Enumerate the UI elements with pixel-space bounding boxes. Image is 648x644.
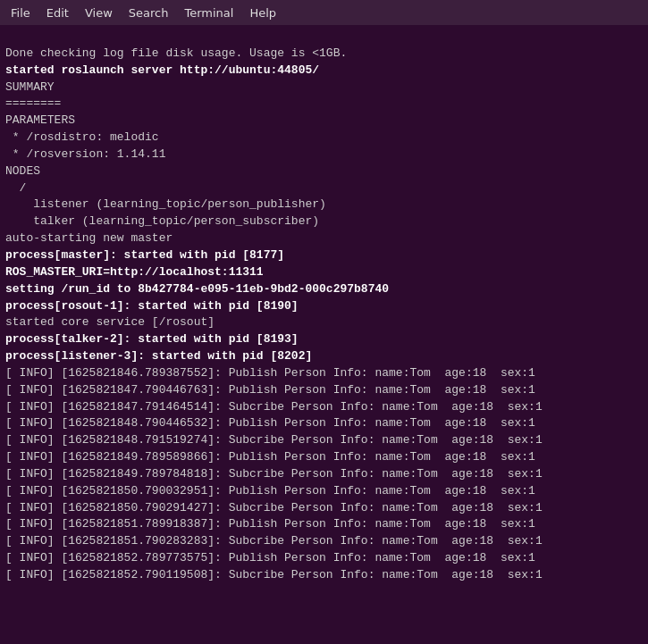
terminal-line: ROS_MASTER_URI=http://localhost:11311: [5, 264, 643, 281]
terminal-line: setting /run_id to 8b427784-e095-11eb-9b…: [5, 281, 643, 298]
terminal-line: [ INFO] [1625821851.789918387]: Publish …: [5, 516, 643, 533]
terminal-line: [ INFO] [1625821846.789387552]: Publish …: [5, 365, 643, 382]
menu-file[interactable]: File: [4, 4, 38, 21]
terminal-line: [ INFO] [1625821852.790119508]: Subcribe…: [5, 567, 643, 584]
menu-help[interactable]: Help: [242, 4, 283, 21]
terminal-line: [ INFO] [1625821848.791519274]: Subcribe…: [5, 432, 643, 449]
menu-search[interactable]: Search: [122, 4, 176, 21]
terminal-output: Done checking log file disk usage. Usage…: [0, 25, 648, 644]
terminal-line: * /rosversion: 1.14.11: [5, 146, 643, 163]
terminal-line: [ INFO] [1625821852.789773575]: Publish …: [5, 550, 643, 567]
menu-bar: File Edit View Search Terminal Help: [0, 0, 648, 25]
terminal-line: listener (learning_topic/person_publishe…: [5, 197, 643, 213]
terminal-line: [ INFO] [1625821847.791464514]: Subcribe…: [5, 399, 643, 416]
terminal-line: process[rosout-1]: started with pid [819…: [5, 298, 643, 315]
terminal-line: process[master]: started with pid [8177]: [5, 247, 643, 264]
terminal-line: * /rosdistro: melodic: [5, 130, 643, 146]
menu-edit[interactable]: Edit: [39, 4, 76, 21]
terminal-line: process[talker-2]: started with pid [819…: [5, 331, 643, 348]
terminal-line: [ INFO] [1625821848.790446532]: Publish …: [5, 415, 643, 432]
terminal-line: PARAMETERS: [5, 113, 643, 130]
terminal-line: process[listener-3]: started with pid [8…: [5, 348, 643, 365]
terminal-line: started core service [/rosout]: [5, 314, 643, 331]
terminal-line: ========: [5, 96, 643, 113]
terminal-line: [ INFO] [1625821849.789589866]: Publish …: [5, 449, 643, 466]
terminal-line: [ INFO] [1625821849.789784818]: Subcribe…: [5, 466, 643, 483]
terminal-line: started roslaunch server http://ubuntu:4…: [5, 63, 643, 79]
terminal-line: [ INFO] [1625821847.790446763]: Publish …: [5, 382, 643, 399]
terminal-line: [ INFO] [1625821851.790283283]: Subcribe…: [5, 533, 643, 550]
menu-terminal[interactable]: Terminal: [177, 4, 240, 21]
terminal-line: [ INFO] [1625821850.790291427]: Subcribe…: [5, 500, 643, 517]
terminal-line: talker (learning_topic/person_subscriber…: [5, 213, 643, 230]
terminal-line: /: [5, 180, 643, 197]
menu-view[interactable]: View: [78, 4, 120, 21]
terminal-line: Done checking log file disk usage. Usage…: [5, 46, 643, 63]
terminal-line: [ INFO] [1625821850.790032951]: Publish …: [5, 483, 643, 500]
terminal-line: auto-starting new master: [5, 230, 643, 247]
terminal-line: NODES: [5, 163, 643, 180]
terminal-line: SUMMARY: [5, 79, 643, 96]
